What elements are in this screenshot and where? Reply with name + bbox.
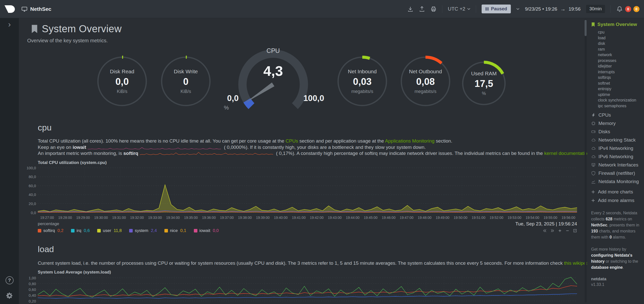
sidebar-subitem-softnet[interactable]: softnet	[598, 81, 642, 85]
sidebar-subitem-uptime[interactable]: uptime	[598, 92, 642, 97]
sidebar-section-label: Disks	[598, 129, 610, 134]
sidebar-section-memory[interactable]: Memory	[591, 121, 642, 126]
sidebar-sections: CPUsMemoryDisksNetworking StackIPv4 Netw…	[591, 112, 642, 184]
pause-menu-caret-icon[interactable]	[516, 8, 519, 10]
sidebar-section-ipv6-networking[interactable]: IPv6 Networking	[591, 154, 642, 159]
print-icon[interactable]	[431, 6, 437, 12]
sidebar-section-firewall-netfilter-[interactable]: Firewall (netfilter)	[591, 171, 642, 176]
cloud-icon	[591, 154, 596, 159]
sidebar-section-label: IPv6 Networking	[598, 154, 633, 159]
critical-alarms-badge[interactable]: 0	[625, 6, 631, 12]
netdata-logo[interactable]	[0, 0, 19, 18]
y-tick-label: 40,0	[29, 192, 36, 197]
sidebar-section-disks[interactable]: Disks	[591, 129, 642, 134]
resize-icon[interactable]	[573, 229, 577, 233]
legend-item-softirq[interactable]: softirq0,2	[38, 228, 63, 233]
gauge-disk-read[interactable]: Disk Read 0,0 KiB/s	[95, 55, 149, 108]
sidebar-subitem-clock-synchronization[interactable]: clock synchronization	[598, 98, 642, 102]
legend-item-iowait[interactable]: iowait0,0	[194, 228, 219, 233]
scrollbar-thumb[interactable]	[585, 20, 587, 36]
gauge-net-inbound[interactable]: Net Inbound 0,03 megabits/s	[336, 55, 389, 108]
sidebar-subitem-ipc-semaphores[interactable]: ipc semaphores	[598, 104, 642, 108]
legend-swatch	[129, 229, 133, 232]
sidebar-subitem-load[interactable]: load	[598, 36, 642, 40]
legend-item-irq[interactable]: irq0,6	[71, 228, 90, 233]
product-version[interactable]: v1.33.1	[591, 282, 642, 287]
upload-icon[interactable]	[419, 6, 425, 12]
x-tick-label: 19:41:00	[292, 216, 306, 220]
sidebar-section-cpus[interactable]: CPUs	[591, 112, 642, 118]
iowait-term: iowait	[73, 145, 86, 150]
cpu-chart-plot[interactable]	[38, 167, 577, 215]
pan-right-icon[interactable]	[550, 229, 554, 233]
sidebar-subitem-network[interactable]: network	[598, 53, 642, 57]
warning-alarms-badge[interactable]: 0	[633, 6, 639, 12]
cpu-chart-yaxis: 100,080,060,040,020,00,0	[20, 167, 37, 215]
legend-item-system[interactable]: system2,4	[129, 228, 157, 233]
cpus-link[interactable]: CPUs	[285, 138, 298, 144]
sidebar-subitem-ram[interactable]: ram	[598, 47, 642, 51]
kernel-documentation-link[interactable]: kernel documentation	[544, 151, 588, 156]
cpu-chart-timestamp: Tue, Sep 23, 2025 | 19:56:24	[515, 221, 577, 227]
sidebar-item-system-overview[interactable]: System Overview	[591, 22, 642, 27]
legend-value: 0,6	[84, 228, 90, 233]
load-chart-plot[interactable]	[38, 276, 577, 304]
legend-item-user[interactable]: user11,8	[97, 228, 122, 233]
date-range-picker[interactable]: 9/23/25 • 19:26 → 19:56	[525, 6, 581, 12]
bell-icon[interactable]	[616, 6, 623, 12]
sidebar-section-ipv4-networking[interactable]: IPv4 Networking	[591, 146, 642, 151]
help-button[interactable]: ?	[6, 276, 14, 284]
legend-item-nice[interactable]: nice0,1	[164, 228, 186, 233]
add-more-charts-button[interactable]: Add more charts	[591, 189, 642, 195]
x-tick-label: 19:27:00	[40, 216, 54, 220]
arrow-right-icon: →	[560, 6, 565, 12]
add-more-alarms-button[interactable]: Add more alarms	[591, 198, 642, 203]
left-rail: › ?	[0, 18, 19, 304]
duration-badge[interactable]: 30min	[586, 5, 605, 13]
sidebar-subitem-softirqs[interactable]: softirqs	[598, 75, 642, 80]
legend-name: irq	[77, 228, 81, 233]
y-tick-label: 0,0	[31, 211, 36, 215]
zoom-in-icon[interactable]	[558, 229, 562, 233]
x-tick-label: 19:44:00	[346, 216, 360, 220]
cpu-chart-footer: percentage Tue, Sep 23, 2025 | 19:56:24	[38, 221, 577, 227]
text: .	[623, 265, 624, 269]
sidebar-subitem-disk[interactable]: disk	[598, 41, 642, 46]
gauge-used-ram[interactable]: Used RAM 17,5 %	[460, 60, 508, 107]
emphasized-text[interactable]: database engine	[591, 265, 623, 269]
sidebar-subitem-processes[interactable]: processes	[598, 58, 642, 63]
sidebar-subitem-idlejitter[interactable]: idlejitter	[598, 64, 642, 68]
pan-left-icon[interactable]	[543, 229, 547, 233]
pause-button[interactable]: Paused	[482, 5, 511, 13]
sidebar-section-netdata-monitoring[interactable]: Netdata Monitoring	[591, 179, 642, 184]
gauge-cpu[interactable]: CPU 4,3 0,0 100,0 %	[233, 47, 313, 110]
sidebar-section-network-interfaces[interactable]: Network Interfaces	[591, 162, 642, 168]
gauge-net-outbound[interactable]: Net Outbound 0,08 megabits/s	[399, 55, 452, 108]
settings-gear-icon[interactable]	[6, 292, 13, 299]
sidebar-subitem-interrupts[interactable]: interrupts	[598, 70, 642, 74]
sidebar-section-networking-stack[interactable]: Networking Stack	[591, 137, 642, 143]
brand[interactable]: NethSec	[21, 6, 51, 12]
sidebar-expand-toggle[interactable]: ›	[0, 20, 19, 28]
gauge-disk-write[interactable]: Disk Write 0 KiB/s	[159, 55, 212, 108]
zoom-out-icon[interactable]	[565, 229, 569, 233]
y-tick-label: 0,60	[29, 287, 36, 292]
topbar-actions: UTC +2 Paused 9/23/25 • 19:26 → 19:56 30…	[407, 5, 644, 13]
download-icon[interactable]	[407, 6, 413, 12]
gauge-title: Disk Read	[110, 69, 134, 75]
plus-icon	[591, 198, 595, 202]
x-tick-label: 19:46:00	[382, 216, 396, 220]
sidebar-subitem-entropy[interactable]: entropy	[598, 87, 642, 91]
legend-value: 0,0	[213, 228, 219, 233]
sidebar-info-text: Every 2 seconds, Netdata collects 628 me…	[591, 210, 639, 240]
applications-monitoring-link[interactable]: Applications Monitoring	[385, 138, 434, 144]
x-tick-label: 19:48:00	[418, 216, 432, 220]
timezone-selector[interactable]: UTC +2	[448, 6, 470, 12]
sidebar-subitem-cpu[interactable]: cpu	[598, 30, 642, 34]
main-scrollbar[interactable]	[585, 19, 587, 302]
x-tick-label: 19:36:00	[202, 216, 216, 220]
divider	[611, 5, 611, 13]
right-sidebar: System Overview cpuloaddiskramnetworkpro…	[587, 18, 644, 304]
gauge-unit: megabits/s	[414, 89, 436, 94]
x-tick-label: 19:55:00	[544, 216, 557, 220]
